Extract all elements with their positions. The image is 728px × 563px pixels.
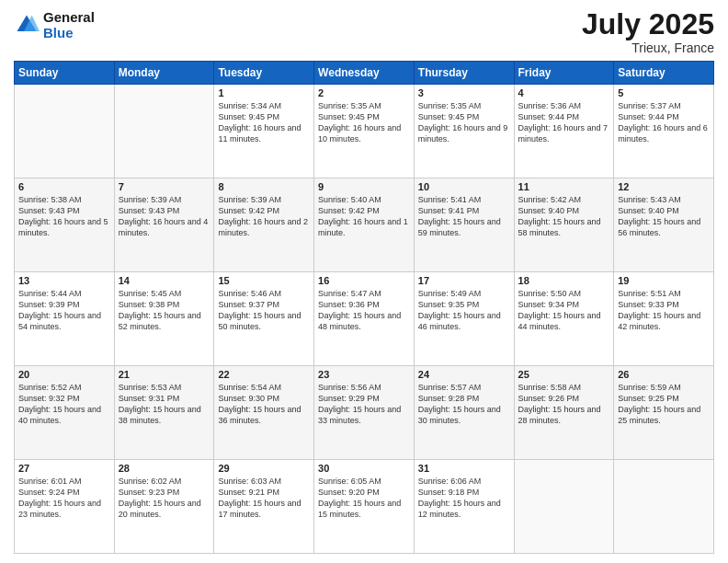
day-number: 31 — [418, 463, 510, 474]
day-info: Sunrise: 5:35 AM Sunset: 9:45 PM Dayligh… — [318, 100, 410, 145]
day-info: Sunrise: 5:42 AM Sunset: 9:40 PM Dayligh… — [518, 194, 610, 239]
calendar-cell: 6Sunrise: 5:38 AM Sunset: 9:43 PM Daylig… — [15, 178, 115, 272]
calendar-week-3: 20Sunrise: 5:52 AM Sunset: 9:32 PM Dayli… — [15, 366, 714, 460]
calendar-cell: 10Sunrise: 5:41 AM Sunset: 9:41 PM Dayli… — [414, 178, 514, 272]
calendar-cell: 16Sunrise: 5:47 AM Sunset: 9:36 PM Dayli… — [314, 272, 415, 366]
day-info: Sunrise: 5:54 AM Sunset: 9:30 PM Dayligh… — [218, 382, 310, 427]
day-info: Sunrise: 5:47 AM Sunset: 9:36 PM Dayligh… — [318, 288, 410, 333]
day-info: Sunrise: 5:43 AM Sunset: 9:40 PM Dayligh… — [618, 194, 710, 239]
calendar-cell: 19Sunrise: 5:51 AM Sunset: 9:33 PM Dayli… — [614, 272, 714, 366]
day-info: Sunrise: 5:58 AM Sunset: 9:26 PM Dayligh… — [518, 382, 610, 427]
calendar-cell: 28Sunrise: 6:02 AM Sunset: 9:23 PM Dayli… — [114, 460, 214, 554]
day-info: Sunrise: 6:03 AM Sunset: 9:21 PM Dayligh… — [218, 476, 310, 521]
day-number: 5 — [618, 87, 710, 98]
calendar-cell — [514, 460, 614, 554]
col-header-sunday: Sunday — [15, 62, 115, 85]
logo-text: General Blue — [43, 9, 95, 40]
day-info: Sunrise: 5:36 AM Sunset: 9:44 PM Dayligh… — [518, 100, 610, 145]
calendar-cell: 1Sunrise: 5:34 AM Sunset: 9:45 PM Daylig… — [214, 85, 314, 178]
calendar-cell: 7Sunrise: 5:39 AM Sunset: 9:43 PM Daylig… — [114, 178, 214, 272]
calendar-week-2: 13Sunrise: 5:44 AM Sunset: 9:39 PM Dayli… — [15, 272, 714, 366]
day-number: 22 — [218, 369, 310, 380]
calendar-cell: 12Sunrise: 5:43 AM Sunset: 9:40 PM Dayli… — [614, 178, 714, 272]
logo-icon — [14, 12, 40, 38]
calendar-header-row: SundayMondayTuesdayWednesdayThursdayFrid… — [15, 62, 714, 85]
day-number: 6 — [18, 181, 110, 192]
day-number: 25 — [518, 369, 610, 380]
calendar-cell: 14Sunrise: 5:45 AM Sunset: 9:38 PM Dayli… — [114, 272, 214, 366]
day-info: Sunrise: 6:02 AM Sunset: 9:23 PM Dayligh… — [119, 476, 210, 521]
calendar-cell: 25Sunrise: 5:58 AM Sunset: 9:26 PM Dayli… — [514, 366, 614, 460]
calendar-cell: 29Sunrise: 6:03 AM Sunset: 9:21 PM Dayli… — [214, 460, 314, 554]
day-number: 14 — [119, 275, 210, 286]
day-number: 24 — [418, 369, 510, 380]
month-title: July 2025 — [582, 9, 714, 39]
day-info: Sunrise: 6:05 AM Sunset: 9:20 PM Dayligh… — [318, 476, 410, 521]
day-number: 15 — [218, 275, 310, 286]
calendar-cell: 4Sunrise: 5:36 AM Sunset: 9:44 PM Daylig… — [514, 85, 614, 178]
calendar-cell: 24Sunrise: 5:57 AM Sunset: 9:28 PM Dayli… — [414, 366, 514, 460]
day-info: Sunrise: 6:06 AM Sunset: 9:18 PM Dayligh… — [418, 476, 510, 521]
day-number: 26 — [618, 369, 710, 380]
calendar-cell: 21Sunrise: 5:53 AM Sunset: 9:31 PM Dayli… — [114, 366, 214, 460]
day-number: 16 — [318, 275, 410, 286]
day-info: Sunrise: 5:59 AM Sunset: 9:25 PM Dayligh… — [618, 382, 710, 427]
day-info: Sunrise: 5:51 AM Sunset: 9:33 PM Dayligh… — [618, 288, 710, 333]
calendar-table: SundayMondayTuesdayWednesdayThursdayFrid… — [14, 61, 714, 554]
day-info: Sunrise: 5:35 AM Sunset: 9:45 PM Dayligh… — [418, 100, 510, 145]
calendar-week-4: 27Sunrise: 6:01 AM Sunset: 9:24 PM Dayli… — [15, 460, 714, 554]
calendar-cell: 2Sunrise: 5:35 AM Sunset: 9:45 PM Daylig… — [314, 85, 415, 178]
day-info: Sunrise: 5:53 AM Sunset: 9:31 PM Dayligh… — [119, 382, 210, 427]
day-number: 29 — [218, 463, 310, 474]
day-number: 12 — [618, 181, 710, 192]
col-header-tuesday: Tuesday — [214, 62, 314, 85]
calendar-cell: 13Sunrise: 5:44 AM Sunset: 9:39 PM Dayli… — [15, 272, 115, 366]
day-number: 2 — [318, 87, 410, 98]
logo: General Blue — [14, 9, 95, 40]
day-info: Sunrise: 5:50 AM Sunset: 9:34 PM Dayligh… — [518, 288, 610, 333]
calendar-cell: 18Sunrise: 5:50 AM Sunset: 9:34 PM Dayli… — [514, 272, 614, 366]
col-header-thursday: Thursday — [414, 62, 514, 85]
day-number: 7 — [119, 181, 210, 192]
day-number: 20 — [18, 369, 110, 380]
day-info: Sunrise: 5:56 AM Sunset: 9:29 PM Dayligh… — [318, 382, 410, 427]
day-info: Sunrise: 5:57 AM Sunset: 9:28 PM Dayligh… — [418, 382, 510, 427]
day-info: Sunrise: 5:39 AM Sunset: 9:43 PM Dayligh… — [119, 194, 210, 239]
day-info: Sunrise: 5:38 AM Sunset: 9:43 PM Dayligh… — [18, 194, 110, 239]
col-header-saturday: Saturday — [614, 62, 714, 85]
day-number: 18 — [518, 275, 610, 286]
day-number: 4 — [518, 87, 610, 98]
day-number: 19 — [618, 275, 710, 286]
day-info: Sunrise: 5:52 AM Sunset: 9:32 PM Dayligh… — [18, 382, 110, 427]
calendar-cell: 5Sunrise: 5:37 AM Sunset: 9:44 PM Daylig… — [614, 85, 714, 178]
calendar-cell — [114, 85, 214, 178]
calendar-cell: 17Sunrise: 5:49 AM Sunset: 9:35 PM Dayli… — [414, 272, 514, 366]
day-number: 1 — [218, 87, 310, 98]
calendar-week-1: 6Sunrise: 5:38 AM Sunset: 9:43 PM Daylig… — [15, 178, 714, 272]
calendar-cell: 11Sunrise: 5:42 AM Sunset: 9:40 PM Dayli… — [514, 178, 614, 272]
col-header-monday: Monday — [114, 62, 214, 85]
header: General Blue July 2025 Trieux, France — [14, 9, 714, 55]
day-info: Sunrise: 5:37 AM Sunset: 9:44 PM Dayligh… — [618, 100, 710, 145]
day-number: 17 — [418, 275, 510, 286]
day-number: 23 — [318, 369, 410, 380]
calendar-cell: 31Sunrise: 6:06 AM Sunset: 9:18 PM Dayli… — [414, 460, 514, 554]
page: General Blue July 2025 Trieux, France Su… — [0, 0, 728, 563]
day-info: Sunrise: 5:41 AM Sunset: 9:41 PM Dayligh… — [418, 194, 510, 239]
calendar-cell: 3Sunrise: 5:35 AM Sunset: 9:45 PM Daylig… — [414, 85, 514, 178]
calendar-cell — [15, 85, 115, 178]
calendar-cell: 27Sunrise: 6:01 AM Sunset: 9:24 PM Dayli… — [15, 460, 115, 554]
day-info: Sunrise: 5:34 AM Sunset: 9:45 PM Dayligh… — [218, 100, 310, 145]
day-info: Sunrise: 5:40 AM Sunset: 9:42 PM Dayligh… — [318, 194, 410, 239]
title-block: July 2025 Trieux, France — [582, 9, 714, 55]
calendar-cell: 9Sunrise: 5:40 AM Sunset: 9:42 PM Daylig… — [314, 178, 415, 272]
calendar-cell: 20Sunrise: 5:52 AM Sunset: 9:32 PM Dayli… — [15, 366, 115, 460]
day-number: 11 — [518, 181, 610, 192]
calendar-cell: 30Sunrise: 6:05 AM Sunset: 9:20 PM Dayli… — [314, 460, 415, 554]
calendar-cell: 26Sunrise: 5:59 AM Sunset: 9:25 PM Dayli… — [614, 366, 714, 460]
day-number: 10 — [418, 181, 510, 192]
day-number: 21 — [119, 369, 210, 380]
day-info: Sunrise: 5:49 AM Sunset: 9:35 PM Dayligh… — [418, 288, 510, 333]
day-info: Sunrise: 5:44 AM Sunset: 9:39 PM Dayligh… — [18, 288, 110, 333]
day-number: 27 — [18, 463, 110, 474]
